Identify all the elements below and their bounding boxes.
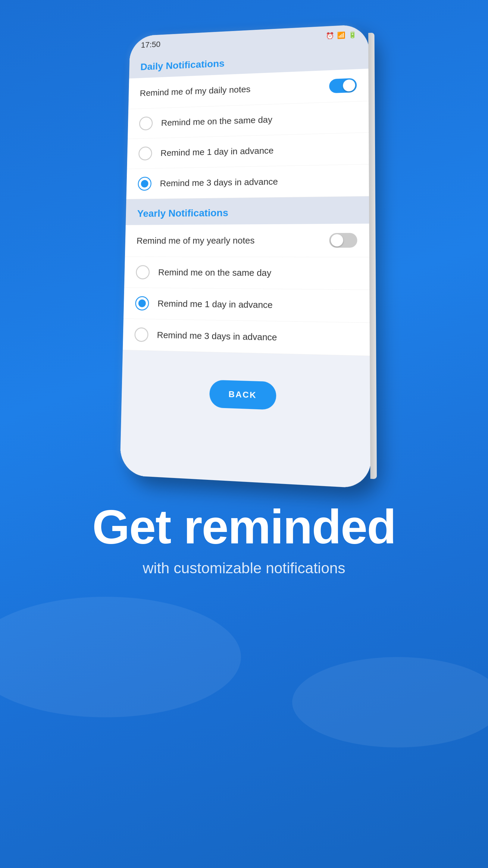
yearly-toggle-knob — [331, 234, 343, 247]
daily-section-title: Daily Notifications — [140, 58, 225, 72]
daily-radio-circle-1 — [139, 116, 153, 130]
yearly-radio-circle-2 — [135, 296, 149, 311]
bottom-text-section: Get reminded with customizable notificat… — [68, 500, 420, 577]
daily-radio-1-day[interactable]: Remind me 1 day in advance — [127, 133, 369, 169]
yearly-radio-label-3: Remind me 3 days in advance — [157, 330, 277, 342]
back-button[interactable]: BACK — [209, 380, 276, 410]
daily-radio-label-1: Remind me on the same day — [161, 115, 272, 128]
yearly-radio-inner-2 — [138, 299, 146, 307]
main-headline: Get reminded — [92, 500, 395, 553]
daily-toggle-switch[interactable] — [329, 78, 357, 93]
battery-icon: 🔋 — [348, 31, 356, 39]
yearly-radio-1-day[interactable]: Remind me 1 day in advance — [124, 288, 370, 323]
yearly-radio-3-days[interactable]: Remind me 3 days in advance — [123, 319, 370, 356]
yearly-section-title: Yearly Notifications — [137, 207, 228, 219]
alarm-icon: ⏰ — [326, 32, 334, 40]
status-icons: ⏰ 📶 🔋 — [326, 31, 357, 40]
status-time: 17:50 — [141, 40, 160, 50]
yearly-radio-same-day[interactable]: Remind me on the same day — [124, 257, 370, 290]
daily-radio-3-days[interactable]: Remind me 3 days in advance — [126, 164, 369, 199]
yearly-toggle-switch[interactable] — [329, 233, 357, 248]
phone-screen: 17:50 ⏰ 📶 🔋 Daily Notifications Remind m… — [120, 24, 371, 489]
daily-toggle-knob — [343, 79, 355, 92]
yearly-radio-circle-3 — [134, 327, 149, 342]
wifi-icon: 📶 — [337, 31, 345, 39]
yearly-toggle-label: Remind me of my yearly notes — [136, 236, 255, 246]
daily-radio-label-2: Remind me 1 day in advance — [161, 146, 274, 158]
yearly-radio-circle-1 — [136, 265, 150, 279]
daily-radio-inner-3 — [141, 180, 149, 187]
yearly-section-header: Yearly Notifications — [126, 196, 369, 225]
daily-radio-circle-3 — [138, 177, 152, 191]
phone-mockup: 17:50 ⏰ 📶 🔋 Daily Notifications Remind m… — [120, 24, 371, 489]
back-button-label: BACK — [229, 390, 257, 400]
daily-toggle-label: Remind me of my daily notes — [140, 84, 251, 98]
daily-radio-label-3: Remind me 3 days in advance — [160, 177, 278, 188]
daily-radio-circle-2 — [138, 147, 152, 161]
screen-content: Daily Notifications Remind me of my dail… — [120, 42, 371, 489]
sub-headline: with customizable notifications — [92, 559, 395, 577]
yearly-radio-label-1: Remind me on the same day — [158, 267, 271, 278]
yearly-toggle-row[interactable]: Remind me of my yearly notes — [125, 224, 370, 257]
yearly-radio-label-2: Remind me 1 day in advance — [158, 299, 272, 310]
bottom-area: BACK — [120, 350, 371, 489]
